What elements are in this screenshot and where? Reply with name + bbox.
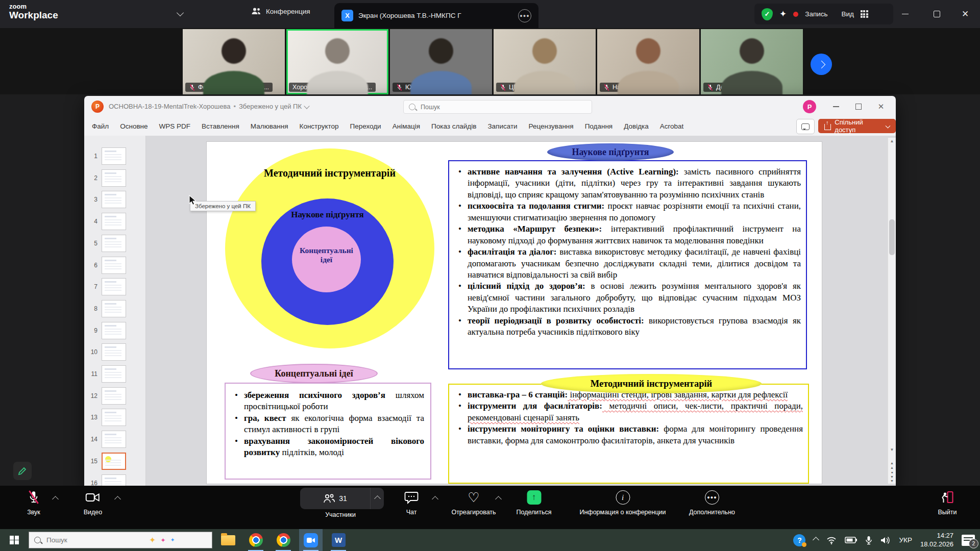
language-indicator[interactable]: УКР <box>899 536 912 544</box>
participant-tile[interactable]: Денис Сохацкий <box>701 29 803 94</box>
slide-row[interactable]: 10 <box>84 342 145 362</box>
wps-maximize-button[interactable] <box>848 96 869 117</box>
view-grid-icon[interactable] <box>861 10 868 18</box>
slide-row[interactable]: 3 <box>84 189 145 210</box>
slide-row[interactable]: 5 <box>84 233 145 254</box>
wps-account-avatar[interactable]: P <box>803 100 816 113</box>
menu-item[interactable]: Рецензування <box>523 117 579 136</box>
menu-item[interactable]: Переходи <box>345 117 387 136</box>
chat-options-caret[interactable] <box>432 496 438 503</box>
slide-row[interactable]: 12 <box>84 386 145 406</box>
menu-item[interactable]: Записати <box>482 117 523 136</box>
ai-companion-icon[interactable]: ✦ <box>779 9 787 19</box>
search-input[interactable] <box>420 103 586 111</box>
slide-thumbnail[interactable] <box>102 191 126 208</box>
scroll-up-icon[interactable]: ▲ <box>888 139 896 143</box>
start-button[interactable] <box>0 529 29 551</box>
participant-tile[interactable]: ЦПРПП Іващеноко <box>494 29 596 94</box>
taskbar-search-input[interactable] <box>45 536 144 544</box>
wps-minimize-button[interactable] <box>825 96 847 117</box>
participants-options-caret[interactable] <box>370 488 384 509</box>
slide-thumbnail[interactable] <box>102 365 126 383</box>
menu-item[interactable]: WPS PDF <box>154 117 197 136</box>
slide-row[interactable]: 9 <box>84 320 145 341</box>
slide-thumbnail[interactable] <box>102 147 126 165</box>
slide-row[interactable]: 13 <box>84 407 145 428</box>
video-options-caret[interactable] <box>114 496 121 503</box>
slide-row[interactable]: 16 <box>84 473 145 486</box>
slide-row[interactable]: 1 <box>84 146 145 166</box>
view-button[interactable]: Вид <box>842 10 854 18</box>
react-button[interactable]: ♡ Отреагировать <box>451 489 496 516</box>
zoom-app-icon[interactable] <box>299 529 323 551</box>
menu-item[interactable]: Файл <box>86 117 114 136</box>
file-explorer-icon[interactable] <box>216 529 240 551</box>
security-shield-icon[interactable]: ✓ <box>762 8 773 20</box>
audio-options-caret[interactable] <box>52 496 59 503</box>
slide-thumbnail[interactable] <box>102 278 126 295</box>
leave-button[interactable]: Выйти <box>938 489 957 516</box>
slide-nav-buttons[interactable]: ▲▲●▼▼ <box>888 461 896 484</box>
restore-button[interactable] <box>922 0 951 28</box>
vertical-scrollbar[interactable]: ▲ ▼ ▲▲●▼▼ <box>888 138 896 484</box>
taskbar-search-box[interactable]: ✦ ✦ ✦ <box>29 532 212 548</box>
slide-thumbnail[interactable] <box>102 387 126 405</box>
slide-canvas[interactable]: Методичний інструментарій Наукове підґру… <box>207 142 822 484</box>
slide-thumbnail[interactable] <box>102 409 126 426</box>
slide-thumbnail[interactable] <box>102 431 126 448</box>
word-icon[interactable]: W <box>327 529 350 551</box>
tab-options-icon[interactable]: ●●● <box>518 9 531 22</box>
menu-item[interactable]: Основне <box>114 117 153 136</box>
action-center-icon[interactable]: 2 <box>962 535 975 546</box>
tray-mic-icon[interactable] <box>865 536 872 545</box>
slide-row[interactable]: 6 <box>84 255 145 276</box>
slide-row[interactable]: 4 <box>84 211 145 232</box>
menu-item[interactable]: Показ слайдів <box>426 117 482 136</box>
minimize-button[interactable] <box>890 0 920 28</box>
slide-thumbnail[interactable] <box>102 213 126 230</box>
wps-search-box[interactable] <box>403 100 592 114</box>
speaker-icon[interactable] <box>880 536 891 544</box>
help-icon[interactable]: ? <box>793 534 805 546</box>
react-options-caret[interactable] <box>495 496 502 503</box>
chrome-icon-2[interactable] <box>272 529 295 551</box>
document-title[interactable]: ОСНОВНА-18-19-MentalTrek-Хорошева • Збер… <box>109 103 309 110</box>
slide-row[interactable]: 7 <box>84 277 145 297</box>
chevron-down-icon[interactable] <box>304 103 309 109</box>
close-button[interactable]: ✕ <box>950 0 980 28</box>
slide-row[interactable]: 14 <box>84 429 145 449</box>
participant-tile[interactable]: Хорошева Т.В.-НМКПС П... <box>286 29 388 94</box>
menu-item[interactable]: Малювання <box>245 117 294 136</box>
slide-thumbnail[interactable] <box>102 322 126 339</box>
chrome-icon[interactable] <box>244 529 267 551</box>
participant-tile[interactable]: Федота Марина, соціа... <box>183 29 285 94</box>
menu-item[interactable]: Конструктор <box>294 117 345 136</box>
slide-row[interactable]: 8 <box>84 298 145 319</box>
slide-thumbnail[interactable] <box>102 343 126 361</box>
participant-tile[interactable]: Юлія Котляревська <box>390 29 492 94</box>
chat-button[interactable]: Чат <box>404 489 419 516</box>
menu-item[interactable]: Довідка <box>618 117 654 136</box>
menu-item[interactable]: Подання <box>579 117 619 136</box>
slide-row[interactable]: 15 <box>84 451 145 471</box>
scrollbar-thumb[interactable] <box>889 219 895 255</box>
comments-button[interactable] <box>796 119 815 134</box>
participants-button[interactable]: 31 <box>300 488 384 509</box>
slide-row[interactable]: 2 <box>84 168 145 188</box>
menu-item[interactable]: Acrobat <box>654 117 690 136</box>
slide-thumbnail[interactable] <box>102 300 126 317</box>
clock[interactable]: 14:27 18.02.2026 <box>920 532 953 549</box>
scroll-down-icon[interactable]: ▼ <box>888 447 896 452</box>
meeting-info-button[interactable]: i Информация о конференции <box>579 489 666 516</box>
wps-share-button[interactable]: Спільний доступ <box>818 119 896 133</box>
slide-row[interactable]: 11 <box>84 364 145 384</box>
slide-thumbnail[interactable] <box>102 169 126 187</box>
wifi-icon[interactable] <box>826 536 837 544</box>
participant-tile[interactable]: Надія Бондаренко <box>597 29 699 94</box>
tray-expand-icon[interactable] <box>813 537 820 543</box>
annotate-pencil-button[interactable] <box>13 462 32 480</box>
battery-icon[interactable] <box>845 537 857 543</box>
menu-item[interactable]: Анімація <box>387 117 426 136</box>
tab-conference[interactable]: Конференция <box>251 7 310 15</box>
chevron-down-icon[interactable] <box>177 9 184 16</box>
